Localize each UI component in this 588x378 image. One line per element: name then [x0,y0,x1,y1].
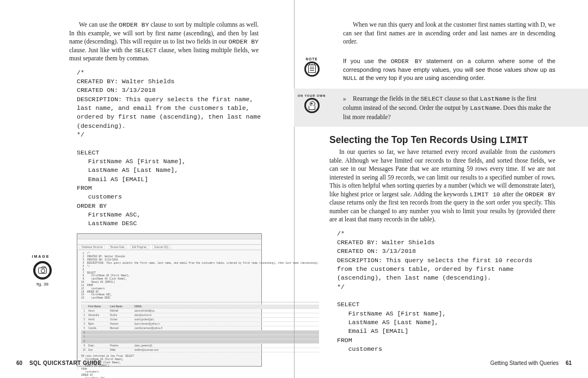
t: If you use the [343,58,391,64]
code-order-by: ORDER BY [391,58,422,65]
right-sql-block: /* CREATED BY: Walter Shields CREATED ON… [337,230,555,354]
table-row: 5CamilleBernardcamille.bernard@yahoo.fr [81,326,319,331]
section-heading: Selecting the Top Ten Records Using LIMI… [329,134,555,146]
ss-tab: Browse Data [108,245,127,249]
t: after the [500,191,525,197]
th: First Name [87,305,108,308]
code-lastname: LastName [480,95,510,102]
t: clause. Just like with the [69,47,134,53]
table-row: 3AstridGruberastrid.gruber@pd... [81,318,319,322]
ss-tab: Database Structure [79,245,105,249]
code-lastname: LastName [470,104,500,111]
code-select: SELECT [420,95,443,102]
t: When we run this query and look at the c… [343,21,555,45]
th [81,305,87,308]
ss-sql-pane: 1 /* 2 CREATED BY: Walter Shields 3 CREA… [81,252,319,302]
code-limit: LIMIT [499,135,528,146]
page-right: When we run this query and look at the c… [294,0,588,378]
ss-tab: Execute SQL [152,245,171,249]
table-row: 7 [81,335,319,339]
th: Last Name [108,305,133,308]
right-intro-paragraph: When we run this query and look at the c… [343,21,555,46]
page-number: 61 [566,360,572,366]
ss-tab-row: Database Structure Browse Data Edit Prag… [77,245,261,250]
footer-right: Getting Started with Queries 61 [490,360,572,366]
th: EMAIL [133,305,319,308]
t: Selecting the Top Ten Records Using [329,134,499,145]
book-title: SQL QUICKSTART GUIDE [29,360,101,366]
left-sql-block: /* CREATED BY: Walter Shields CREATED ON… [77,69,259,228]
page-left: We can use the ORDER BY clause to sort b… [0,0,294,378]
oyo-arc: ON YOUR OWN [298,94,326,97]
figure-label: fig. 38 [32,282,53,287]
code-select: SELECT [134,47,156,54]
table-row: 10DanMillerdmiller@comcast.com [81,348,319,352]
image-callout: IMAGE fig. 38 [32,261,53,287]
note-callout: NOTE If you use the ORDER BY statement o… [294,52,588,89]
image-arc-label: IMAGE [29,255,52,258]
chapter-title: Getting Started with Queries [490,360,559,366]
code-order-by: ORDER BY [525,191,555,198]
note-text: If you use the ORDER BY statement on a c… [329,57,555,83]
camera-icon [33,261,52,280]
table-row: 9DaanPeetersdaan_peeters@... [81,344,319,348]
note-arc: NOTE [305,57,317,61]
t: Rearrange the fields in the [353,95,420,102]
code-limit10: LIMIT 10 [470,191,500,198]
code-order-by: ORDER BY [229,38,259,45]
italic-customers: customers [530,148,555,155]
t: We can use the [79,21,119,28]
table-row: 8 [81,339,319,344]
ss-result-table: First Name Last Name EMAIL 1AaronMitchel… [81,305,319,352]
ss-tab: Edit Pragmas [130,245,149,249]
left-intro-paragraph: We can use the ORDER BY clause to sort b… [69,21,259,63]
t: at the very top if you are using ascendi… [357,75,485,81]
t: clause so that [443,95,480,102]
table-row: 2AlexandreRochaalex@uol.bm.br [81,313,319,318]
oyo-text: »Rearrange the fields in the SELECT clau… [329,94,555,121]
code-null: NULL [343,75,357,82]
table-row: 1AaronMitchellaaronmitchell@ya... [81,309,319,313]
footer-left: 60 SQL QUICKSTART GUIDE [16,360,101,366]
t: In our queries so far, we have returned … [339,148,530,155]
notepad-icon [304,61,320,77]
right-body-paragraph: In our queries so far, we have returned … [329,148,555,224]
t: clause returns only the first ten record… [329,199,555,222]
db-browser-screenshot: Database Structure Browse Data Edit Prag… [77,233,262,367]
page-number: 60 [16,360,22,366]
table-row: 4BjørnHansenbjorn.hansen@yahoo.n [81,322,319,326]
on-your-own-callout: ON YOUR OWN »Rearrange the fields in the… [294,89,588,127]
person-book-icon [304,98,320,113]
table-row: 6 [81,331,319,335]
ss-messages: 59 rows returned in 1ms from: SELECT Fir… [81,355,319,378]
code-order-by: ORDER BY [119,21,149,28]
